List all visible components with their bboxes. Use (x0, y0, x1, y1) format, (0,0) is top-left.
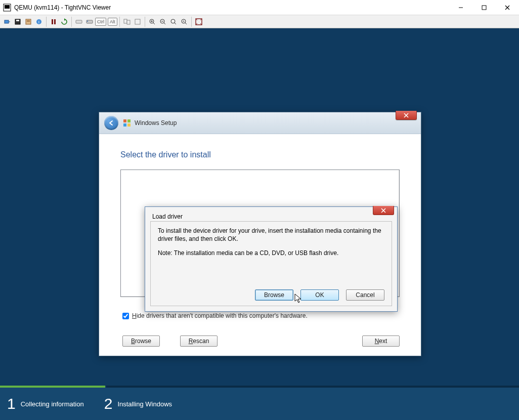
progress-segment-done (0, 386, 105, 388)
load-driver-text: To install the device driver for your dr… (158, 227, 384, 258)
toolbar-scale-icon[interactable] (133, 17, 143, 27)
hide-drivers-checkbox[interactable]: Hide drivers that aren't compatible with… (122, 312, 308, 319)
toolbar-transfer-icon[interactable] (122, 17, 132, 27)
load-driver-frame: To install the device driver for your dr… (150, 221, 392, 306)
svg-line-23 (153, 23, 155, 24)
toolbar-zoomauto-icon[interactable]: A (179, 17, 189, 27)
toolbar-options-icon[interactable] (23, 17, 33, 27)
load-driver-title: Load driver (145, 207, 397, 222)
svg-rect-21 (135, 19, 140, 24)
svg-rect-15 (54, 19, 56, 24)
hide-drivers-check-input[interactable] (122, 313, 129, 319)
svg-point-29 (171, 19, 175, 23)
toolbar-ctrl-key[interactable]: Ctrl (95, 18, 106, 26)
svg-rect-37 (123, 123, 126, 127)
svg-rect-10 (27, 20, 30, 21)
vnc-titlebar[interactable]: QEMU (kvm114) - TightVNC Viewer (0, 0, 519, 15)
step-installing-windows: 2 Installing Windows (104, 395, 172, 412)
setup-rescan-button[interactable]: Rescan (180, 335, 218, 347)
svg-rect-1 (5, 5, 10, 9)
close-button[interactable] (496, 0, 519, 15)
svg-text:i: i (38, 20, 39, 24)
step2-label: Installing Windows (117, 400, 172, 408)
load-driver-dialog: Load driver To install the device driver… (145, 206, 398, 312)
remote-desktop: Windows Setup Select the driver to insta… (0, 28, 519, 420)
svg-rect-11 (27, 21, 30, 22)
svg-rect-3 (482, 6, 486, 10)
toolbar-pause-icon[interactable] (49, 17, 59, 27)
step1-label: Collecting information (21, 400, 84, 408)
setup-title: Windows Setup (135, 119, 177, 127)
toolbar-zoomin-icon[interactable] (147, 17, 157, 27)
minimize-button[interactable] (449, 0, 472, 15)
setup-heading: Select the driver to install (120, 150, 400, 159)
vnc-toolbar: i Ctrl Alt A (0, 15, 519, 28)
step-collecting-info: 1 Collecting information (7, 395, 84, 412)
svg-rect-38 (127, 123, 131, 127)
setup-next-button[interactable]: Next (362, 335, 400, 347)
svg-rect-36 (127, 119, 131, 122)
load-cancel-button[interactable]: Cancel (346, 289, 384, 301)
svg-text:A: A (183, 20, 185, 23)
svg-rect-6 (5, 20, 9, 23)
toolbar-refresh-icon[interactable] (59, 17, 69, 27)
svg-rect-20 (127, 20, 130, 24)
toolbar-fullscreen-icon[interactable] (194, 17, 204, 27)
toolbar-info-icon[interactable]: i (34, 17, 44, 27)
setup-close-button[interactable] (396, 111, 417, 120)
toolbar-cad-icon[interactable] (74, 17, 84, 27)
load-browse-button[interactable]: Browse (255, 289, 293, 301)
svg-line-30 (175, 23, 176, 24)
maximize-button[interactable] (472, 0, 496, 15)
load-ok-button[interactable]: OK (300, 289, 339, 301)
vnc-viewer-window: QEMU (kvm114) - TightVNC Viewer i Ctrl A… (0, 0, 519, 420)
install-progress-footer: 1 Collecting information 2 Installing Wi… (0, 386, 519, 420)
toolbar-zoom100-icon[interactable] (168, 17, 179, 27)
load-close-button[interactable] (373, 206, 394, 215)
svg-line-32 (185, 23, 187, 24)
svg-rect-8 (16, 20, 19, 21)
toolbar-alt-key[interactable]: Alt (108, 18, 117, 26)
svg-rect-14 (52, 19, 53, 24)
hide-drivers-label: Hide drivers that aren't compatible with… (132, 312, 308, 319)
toolbar-save-icon[interactable] (13, 17, 23, 27)
toolbar-ctrlesc-icon[interactable] (84, 17, 95, 27)
vnc-app-icon (3, 4, 11, 12)
toolbar-connect-icon[interactable] (2, 17, 12, 27)
svg-rect-19 (124, 19, 127, 23)
svg-rect-35 (123, 119, 126, 122)
windows-logo-icon (122, 118, 132, 128)
setup-header[interactable]: Windows Setup (99, 112, 421, 134)
svg-rect-18 (87, 21, 88, 22)
setup-browse-button[interactable]: Browse (122, 335, 160, 347)
back-button[interactable] (104, 116, 118, 130)
svg-rect-16 (76, 20, 82, 23)
toolbar-zoomout-icon[interactable] (158, 17, 168, 27)
window-title: QEMU (kvm114) - TightVNC Viewer (14, 4, 111, 11)
svg-line-27 (164, 23, 165, 24)
